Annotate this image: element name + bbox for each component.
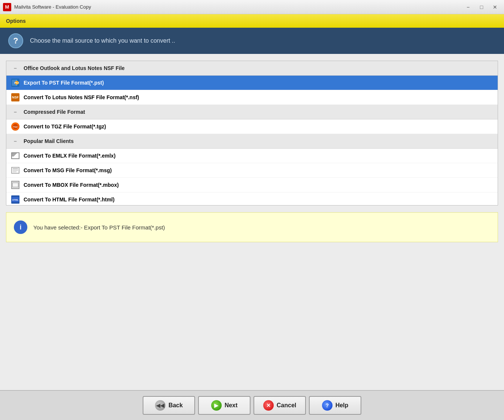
titlebar-title: Mailvita Software - Evaluation Copy bbox=[14, 4, 91, 10]
question-icon: ? bbox=[8, 33, 23, 48]
titlebar: M Mailvita Software - Evaluation Copy − … bbox=[0, 0, 504, 14]
list-item[interactable]: NSFConvert To Lotus Notes NSF File Forma… bbox=[6, 90, 498, 105]
list-item[interactable]: HTML Convert To HTML File Format(*.html) bbox=[6, 192, 498, 205]
info-text: You have selected:- Export To PST File F… bbox=[33, 224, 165, 231]
category-header: –Office Outlook and Lotus Notes NSF File bbox=[6, 61, 498, 76]
mbox-icon bbox=[11, 180, 20, 189]
back-button[interactable]: ◀◀ Back bbox=[143, 396, 195, 415]
emlx-icon bbox=[11, 152, 19, 159]
info-icon: i bbox=[14, 220, 27, 234]
options-bar: Options bbox=[0, 14, 504, 28]
tgz-icon: TGZ bbox=[11, 122, 20, 131]
maximize-button[interactable]: □ bbox=[476, 3, 488, 12]
category-dash-icon: – bbox=[11, 107, 20, 116]
minimize-button[interactable]: − bbox=[462, 3, 474, 12]
next-label: Next bbox=[225, 402, 238, 409]
item-label: Convert to TGZ File Format(*.tgz) bbox=[24, 124, 106, 130]
item-label: Convert To EMLX File Format(*.emlx) bbox=[24, 153, 116, 159]
next-icon: ▶ bbox=[211, 400, 222, 411]
nsf-icon: NSF bbox=[11, 93, 19, 101]
item-label: Compressed File Format bbox=[24, 109, 85, 115]
help-label: Help bbox=[336, 402, 349, 409]
emlx-icon bbox=[11, 151, 20, 160]
item-label: Convert To Lotus Notes NSF File Format(*… bbox=[24, 94, 139, 100]
list-item[interactable]: Convert To MBOX File Format(*.mbox) bbox=[6, 178, 498, 192]
item-label: Convert To HTML File Format(*.html) bbox=[24, 197, 115, 203]
list-item[interactable]: Convert To EMLX File Format(*.emlx) bbox=[6, 149, 498, 163]
html-icon: HTML bbox=[11, 195, 20, 204]
list-item[interactable]: Convert To MSG File Format(*.msg) bbox=[6, 163, 498, 178]
nsf-icon: NSF bbox=[11, 93, 20, 102]
close-button[interactable]: ✕ bbox=[489, 3, 501, 12]
next-button[interactable]: ▶ Next bbox=[198, 396, 251, 415]
msg-icon bbox=[11, 167, 19, 174]
format-list-container: –Office Outlook and Lotus Notes NSF File… bbox=[6, 61, 498, 206]
header-text: Choose the mail source to which you want… bbox=[30, 37, 175, 44]
item-label: Export To PST File Format(*.pst) bbox=[24, 80, 104, 86]
pst-icon: PST bbox=[11, 79, 19, 87]
cancel-icon: ✕ bbox=[263, 400, 274, 411]
main-content: –Office Outlook and Lotus Notes NSF File… bbox=[0, 54, 504, 390]
item-label: Popular Mail Clients bbox=[24, 138, 74, 144]
mbox-icon bbox=[11, 181, 19, 189]
back-icon: ◀◀ bbox=[155, 400, 166, 411]
titlebar-controls: − □ ✕ bbox=[462, 3, 501, 12]
category-dash-icon: – bbox=[11, 137, 20, 146]
html-icon: HTML bbox=[11, 195, 19, 204]
header-area: ? Choose the mail source to which you wa… bbox=[0, 28, 504, 54]
back-label: Back bbox=[168, 402, 183, 409]
item-label: Convert To MBOX File Format(*.mbox) bbox=[24, 182, 119, 188]
tgz-icon: TGZ bbox=[11, 122, 19, 131]
titlebar-left: M Mailvita Software - Evaluation Copy bbox=[3, 3, 91, 11]
help-icon: ? bbox=[322, 400, 333, 411]
category-header: –Compressed File Format bbox=[6, 105, 498, 119]
options-label: Options bbox=[6, 18, 26, 24]
cancel-label: Cancel bbox=[277, 402, 296, 409]
svg-text:TGZ: TGZ bbox=[13, 126, 18, 128]
list-item[interactable]: TGZ Convert to TGZ File Format(*.tgz) bbox=[6, 119, 498, 134]
list-item[interactable]: PST Export To PST File Format(*.pst) bbox=[6, 76, 498, 90]
svg-text:HTML: HTML bbox=[12, 199, 19, 201]
category-header: –Popular Mail Clients bbox=[6, 134, 498, 149]
info-box: i You have selected:- Export To PST File… bbox=[6, 212, 498, 242]
item-label: Convert To MSG File Format(*.msg) bbox=[24, 167, 112, 173]
cancel-button[interactable]: ✕ Cancel bbox=[253, 396, 306, 415]
category-dash-icon: – bbox=[11, 64, 20, 73]
bottom-spacer bbox=[6, 242, 498, 386]
format-list[interactable]: –Office Outlook and Lotus Notes NSF File… bbox=[6, 61, 498, 205]
msg-icon bbox=[11, 166, 20, 175]
svg-text:PST: PST bbox=[14, 82, 19, 84]
app-logo: M bbox=[3, 3, 11, 11]
header-icon: ? bbox=[7, 33, 24, 49]
footer: ◀◀ Back ▶ Next ✕ Cancel ? Help bbox=[0, 390, 504, 420]
pst-icon: PST bbox=[11, 78, 20, 87]
help-button[interactable]: ? Help bbox=[309, 396, 361, 415]
item-label: Office Outlook and Lotus Notes NSF File bbox=[24, 65, 125, 71]
